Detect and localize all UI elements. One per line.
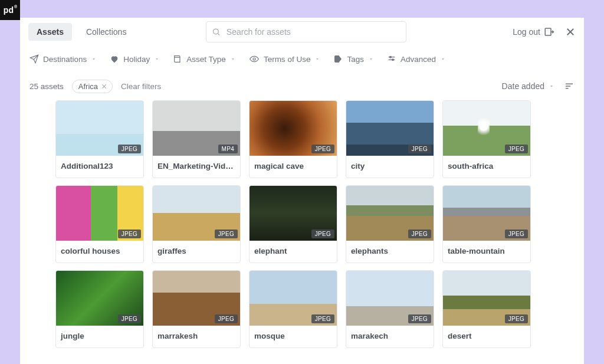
asset-name: magical cave bbox=[250, 156, 337, 178]
asset-name: EN_Marketing-Video_E… bbox=[153, 156, 240, 178]
eye-icon bbox=[249, 54, 260, 64]
asset-name: giraffes bbox=[153, 241, 240, 263]
logout-button[interactable]: Log out bbox=[513, 27, 554, 37]
asset-card[interactable]: JPEGsouth-africa bbox=[442, 100, 531, 178]
chevron-down-icon bbox=[549, 83, 554, 89]
asset-thumbnail: JPEG bbox=[250, 101, 337, 156]
asset-card[interactable]: JPEGgiraffes bbox=[152, 185, 241, 263]
filter-holiday[interactable]: Holiday bbox=[110, 54, 160, 64]
asset-name: elephant bbox=[250, 241, 337, 263]
asset-card[interactable]: JPEGAdditional123 bbox=[55, 100, 144, 178]
format-badge: JPEG bbox=[505, 229, 528, 238]
asset-name: marrakesh bbox=[153, 326, 240, 347]
asset-thumbnail: JPEG bbox=[443, 101, 530, 156]
filter-label: Holiday bbox=[123, 55, 150, 64]
filter-label: Destinations bbox=[43, 55, 87, 64]
asset-thumbnail: JPEG bbox=[443, 271, 530, 326]
filter-advanced[interactable]: Advanced bbox=[387, 54, 446, 64]
asset-thumbnail: JPEG bbox=[153, 271, 240, 326]
asset-name: colorful houses bbox=[56, 241, 143, 263]
asset-card[interactable]: JPEGmarrakesh bbox=[152, 270, 241, 348]
asset-card[interactable]: JPEGmagical cave bbox=[249, 100, 337, 178]
format-badge: JPEG bbox=[118, 229, 141, 238]
asset-name: desert bbox=[443, 326, 530, 347]
asset-grid: JPEGAdditional123MP4EN_Marketing-Video_E… bbox=[55, 100, 549, 348]
asset-name: Additional123 bbox=[56, 156, 143, 178]
format-badge: JPEG bbox=[408, 229, 431, 238]
chevron-down-icon bbox=[230, 56, 236, 62]
filter-label: Asset Type bbox=[186, 55, 226, 64]
format-badge: JPEG bbox=[215, 229, 238, 238]
tag-icon bbox=[333, 54, 343, 64]
results-count: 25 assets bbox=[29, 82, 64, 91]
asset-card[interactable]: JPEGtable-mountain bbox=[442, 185, 531, 263]
logout-label: Log out bbox=[513, 27, 540, 37]
asset-thumbnail: JPEG bbox=[56, 271, 143, 326]
asset-name: elephants bbox=[346, 241, 434, 263]
asset-thumbnail: MP4 bbox=[153, 101, 240, 156]
filter-label: Tags bbox=[347, 55, 364, 64]
asset-card[interactable]: MP4EN_Marketing-Video_E… bbox=[152, 100, 241, 178]
asset-card[interactable]: JPEGelephants bbox=[346, 185, 434, 263]
format-badge: JPEG bbox=[505, 314, 528, 323]
book-icon bbox=[173, 54, 182, 64]
filter-tags[interactable]: Tags bbox=[333, 54, 374, 64]
asset-name: city bbox=[346, 156, 434, 178]
format-badge: JPEG bbox=[408, 314, 431, 323]
asset-card[interactable]: JPEGcity bbox=[346, 100, 434, 178]
asset-thumbnail: JPEG bbox=[250, 186, 337, 241]
asset-grid-scroll[interactable]: JPEGAdditional123MP4EN_Marketing-Video_E… bbox=[20, 100, 584, 360]
asset-thumbnail: JPEG bbox=[56, 186, 143, 241]
svg-point-10 bbox=[392, 59, 394, 61]
logout-icon bbox=[544, 27, 554, 37]
paper-plane-icon bbox=[29, 54, 39, 64]
asset-card[interactable]: JPEGmosque bbox=[249, 270, 337, 348]
format-badge: JPEG bbox=[505, 145, 528, 153]
heart-icon bbox=[110, 54, 119, 64]
asset-thumbnail: JPEG bbox=[250, 271, 337, 326]
top-bar: Assets Collections Log out bbox=[20, 18, 584, 46]
filter-chip[interactable]: Africa bbox=[72, 80, 113, 93]
clear-filters[interactable]: Clear filters bbox=[121, 82, 161, 91]
asset-name: marakech bbox=[346, 326, 434, 347]
filter-label: Advanced bbox=[401, 55, 436, 64]
filter-asset-type[interactable]: Asset Type bbox=[173, 54, 236, 64]
tab-collections[interactable]: Collections bbox=[78, 23, 134, 41]
asset-name: mosque bbox=[250, 326, 337, 347]
filter-destinations[interactable]: Destinations bbox=[29, 54, 97, 64]
asset-card[interactable]: JPEGdesert bbox=[442, 270, 531, 348]
chevron-down-icon bbox=[154, 56, 160, 62]
sort-direction-icon[interactable] bbox=[564, 81, 575, 91]
chip-label: Africa bbox=[78, 82, 98, 91]
sort-dropdown[interactable]: Date added bbox=[502, 81, 554, 91]
results-bar: 25 assets Africa Clear filters Date adde… bbox=[20, 72, 584, 100]
close-icon[interactable] bbox=[565, 27, 576, 37]
format-badge: JPEG bbox=[311, 145, 334, 153]
format-badge: JPEG bbox=[118, 314, 141, 323]
asset-card[interactable]: JPEGjungle bbox=[55, 270, 144, 348]
search-input[interactable] bbox=[206, 21, 406, 42]
asset-card[interactable]: JPEGmarakech bbox=[346, 270, 434, 348]
format-badge: JPEG bbox=[215, 314, 238, 323]
svg-point-9 bbox=[390, 56, 392, 58]
format-badge: MP4 bbox=[218, 145, 238, 153]
chevron-down-icon bbox=[368, 56, 374, 62]
svg-rect-2 bbox=[545, 28, 551, 35]
chip-remove-icon[interactable] bbox=[101, 83, 107, 90]
svg-point-6 bbox=[253, 58, 255, 60]
asset-thumbnail: JPEG bbox=[346, 186, 434, 241]
svg-point-0 bbox=[213, 29, 218, 34]
asset-thumbnail: JPEG bbox=[153, 186, 240, 241]
asset-thumbnail: JPEG bbox=[443, 186, 530, 241]
asset-card[interactable]: JPEGcolorful houses bbox=[55, 185, 144, 263]
header-actions: Log out bbox=[513, 27, 576, 37]
format-badge: JPEG bbox=[311, 314, 334, 323]
sliders-icon bbox=[387, 54, 396, 64]
tab-assets[interactable]: Assets bbox=[28, 23, 72, 41]
brand-logo: pd® bbox=[0, 0, 20, 20]
asset-name: jungle bbox=[56, 326, 143, 347]
svg-line-1 bbox=[218, 34, 219, 35]
asset-name: table-mountain bbox=[443, 241, 530, 263]
filter-terms-of-use[interactable]: Terms of Use bbox=[249, 54, 321, 64]
asset-card[interactable]: JPEGelephant bbox=[249, 185, 337, 263]
